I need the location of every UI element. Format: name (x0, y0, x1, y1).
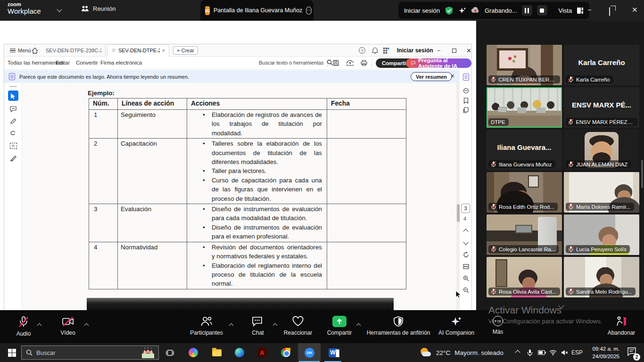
view-button[interactable]: Vista (559, 7, 572, 14)
draw-tool-button[interactable] (8, 128, 18, 139)
zoom-out-button[interactable] (462, 286, 470, 294)
share-options-chevron[interactable] (357, 321, 360, 329)
file-explorer-button[interactable] (209, 345, 224, 360)
participant-name-pill: Rosa Edith Ortiz Rod... (488, 203, 558, 211)
participant-name: Colegio Lancaster Ra... (499, 247, 555, 252)
audio-options-chevron[interactable] (38, 321, 41, 329)
fit-width-button[interactable] (462, 263, 470, 270)
participant-tile[interactable]: María Dolores Ramír... (564, 172, 639, 213)
tab-meeting[interactable]: Reunión (81, 5, 116, 12)
participant-tile[interactable]: Rosa Olivia Avila Cast... (487, 257, 562, 297)
participant-tile-active-speaker[interactable]: DTPE (487, 87, 562, 128)
participant-tile[interactable]: Lucía Peruyero Solís (564, 214, 639, 255)
clock[interactable]: 09:42 a. m. 24/09/2025 (592, 345, 619, 360)
bookmarks-panel-button[interactable] (462, 97, 470, 104)
zoom-taskbar-button[interactable]: zm (302, 345, 317, 360)
notifications-button[interactable] (372, 44, 378, 57)
pause-recording-button[interactable] (522, 5, 532, 16)
previous-page-button[interactable] (462, 228, 470, 235)
task-view-button[interactable] (162, 345, 177, 360)
time: 09:42 a. m. (592, 345, 619, 353)
more-button[interactable]: Más (472, 316, 524, 335)
edit-menu[interactable]: Editar (56, 60, 70, 66)
copilot-button[interactable] (186, 345, 201, 360)
taskbar-search-box[interactable]: Buscar (21, 346, 159, 360)
next-page-button[interactable] (462, 239, 470, 247)
tab-shared-screen[interactable]: IG Pantalla de Iliana Guevara Muñoz ⋯ (200, 0, 314, 21)
acrobat-minimize-button[interactable]: − (437, 44, 441, 57)
upload-button[interactable] (347, 59, 354, 66)
search-box[interactable]: Buscar texto o herramientas (259, 59, 333, 66)
esign-menu[interactable]: Firma electrónica (100, 60, 142, 66)
security-shield-icon[interactable] (445, 6, 454, 15)
stop-recording-button[interactable] (537, 5, 547, 16)
participant-name: JUAN ALEMÁN DIAZ (576, 162, 627, 167)
video-options-chevron[interactable] (85, 321, 88, 329)
rail-handle[interactable] (9, 86, 17, 87)
doc-scrollbar[interactable] (456, 83, 460, 311)
workspace-chevron-icon[interactable] (57, 7, 62, 12)
acrobat-menu-button[interactable]: Menú (10, 44, 31, 57)
acrobat-taskbar-button[interactable]: A (255, 345, 270, 360)
window-minimize-button[interactable]: − (587, 6, 592, 14)
participant-tile[interactable]: JUAN ALEMÁN DIAZ (564, 130, 639, 170)
help-button[interactable]: ? (359, 44, 365, 57)
document-tab-2[interactable]: ☆ SEV-DEN-DTPE-239... × (107, 44, 169, 57)
participant-tile[interactable]: CREN TUXPAN BERTH... (487, 45, 562, 85)
home-button[interactable] (32, 44, 38, 57)
participants-scrollbar-thumb[interactable] (641, 160, 643, 188)
star-icon[interactable]: ☆ (111, 47, 116, 53)
chrome-button[interactable] (278, 345, 293, 360)
document-viewport[interactable]: Ejemplo: Núm. Líneas de acción Acciones … (22, 83, 460, 311)
tab-close-icon[interactable]: × (162, 48, 165, 53)
word-taskbar-button[interactable]: W (325, 345, 340, 360)
comment-tool-button[interactable] (8, 104, 18, 114)
signin-button[interactable]: Iniciar sesión (404, 7, 440, 14)
edge-button[interactable] (232, 345, 247, 360)
participant-name: ENSV MARX PÉREZ R... (576, 119, 634, 125)
rotate-page-button[interactable] (462, 251, 470, 258)
acrobat-close-button[interactable]: ✕ (466, 44, 471, 57)
sign-tool-button[interactable] (8, 153, 18, 163)
tray-volume-muted-icon[interactable] (557, 345, 572, 360)
participant-tile[interactable]: Iliana Guevara... Iliana Guevara Muñoz (487, 130, 562, 170)
participant-tile[interactable]: Sandra Melo Rodrígu... (564, 257, 639, 297)
participant-tile[interactable]: Colegio Lancaster Ra... (487, 214, 562, 255)
ai-sparkle-icon[interactable] (458, 7, 466, 15)
comments-panel-button[interactable] (462, 87, 470, 95)
participant-tile[interactable]: Rosa Edith Ortiz Rod... (487, 172, 562, 213)
acrobat-restore-button[interactable] (452, 44, 456, 57)
highlight-tool-button[interactable] (8, 116, 18, 126)
doc-scrollbar-thumb[interactable] (457, 204, 460, 222)
collapse-panel-button[interactable] (552, 302, 570, 309)
acrobat-signin-button[interactable]: Iniciar sesión (397, 44, 433, 57)
banner-close-icon[interactable]: ✕ (450, 73, 454, 79)
document-tab-1[interactable]: SEV-DEN-DTPE-238C-2025.... (42, 44, 106, 57)
ask-ai-assistant-button[interactable]: Pregunta al Asistente de IA (406, 58, 471, 68)
pages-icon (463, 107, 469, 113)
create-tab-button[interactable]: +Crear (173, 44, 198, 57)
share-tab-options-icon[interactable]: ⋯ (306, 7, 312, 15)
print-button[interactable] (361, 60, 367, 66)
convert-menu[interactable]: Convertir (76, 60, 98, 66)
view-summary-button[interactable]: Ver resumen (411, 72, 452, 81)
participant-tile[interactable]: Karla Carreño Karla Carreño (564, 45, 639, 85)
copilot-icon (189, 348, 198, 357)
participants-button[interactable]: Participantes (181, 316, 232, 336)
window-close-button[interactable]: ✕ (632, 6, 638, 14)
participant-tile[interactable]: ENSV MARX PÉ... ENSV MARX PÉREZ R... (564, 87, 639, 128)
save-button[interactable] (333, 60, 339, 66)
current-page-indicator[interactable]: 3 (461, 204, 470, 213)
window-restore-button[interactable] (609, 7, 610, 16)
text-box-tool-button[interactable]: A (8, 140, 18, 151)
start-button[interactable] (4, 345, 19, 360)
host-tools-button[interactable]: Herramientas de anfitrión (372, 316, 424, 336)
select-tool-button[interactable] (8, 90, 18, 101)
pages-panel-button[interactable] (462, 106, 470, 114)
ai-assistant-panel-button[interactable] (462, 73, 470, 81)
language-indicator[interactable]: ESP (571, 343, 583, 362)
apps-grid-button[interactable] (383, 44, 389, 57)
weather-widget[interactable]: 22°C Mayorm. soleado (420, 343, 504, 362)
leave-button[interactable]: Abandonar (595, 316, 644, 336)
zoom-in-button[interactable] (462, 274, 470, 282)
